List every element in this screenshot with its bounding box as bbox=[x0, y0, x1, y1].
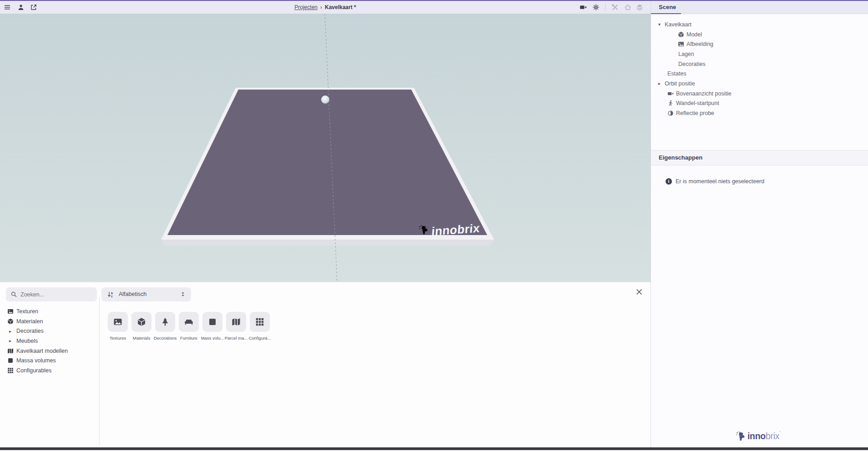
tree-item-label: Lagen bbox=[678, 51, 694, 57]
grid-icon bbox=[255, 317, 264, 326]
tile-label: Furniture bbox=[177, 336, 201, 341]
category-kavelkaart-modellen[interactable]: Kavelkaart modellen bbox=[0, 346, 96, 356]
viewport-canvas: innobrix bbox=[0, 14, 651, 282]
asset-categories-list: Texturen Materialen ▸ Decoraties ▸ Meube… bbox=[0, 306, 96, 376]
map-icon bbox=[7, 348, 14, 354]
category-materialen[interactable]: Materialen bbox=[0, 316, 96, 326]
tree-item-kavelkaart[interactable]: ▾ Kavelkaart bbox=[651, 20, 868, 30]
category-massa-volumes[interactable]: Massa volumes bbox=[0, 356, 96, 366]
sort-alphabetical-icon: a z bbox=[107, 291, 115, 298]
viewport-3d[interactable]: innobrix bbox=[0, 14, 651, 282]
close-icon[interactable] bbox=[635, 288, 643, 296]
brightness-settings-icon[interactable] bbox=[592, 4, 600, 11]
tile-furniture[interactable]: Furniture bbox=[177, 312, 201, 341]
tree-item-label: Afbeelding bbox=[686, 41, 713, 47]
parcel-plane-side bbox=[161, 240, 494, 246]
sort-dropdown[interactable]: a z Alfabetisch bbox=[101, 287, 191, 301]
image-icon bbox=[678, 41, 684, 47]
tree-item-label: Wandel-startpunt bbox=[676, 100, 719, 106]
breadcrumb: Projecten›Kavelkaart * bbox=[0, 1, 651, 14]
asset-tiles-grid: Textures Materials Decorations Furniture… bbox=[106, 312, 272, 341]
tree-item-lagen[interactable]: Lagen bbox=[651, 49, 868, 59]
category-meubels[interactable]: ▸ Meubels bbox=[0, 336, 96, 346]
top-accent-line bbox=[0, 0, 868, 1]
tree-item-label: Decoraties bbox=[678, 61, 706, 67]
caret-down-icon[interactable]: ▾ bbox=[658, 22, 665, 27]
bottom-status-bar bbox=[0, 447, 868, 450]
box-icon bbox=[137, 317, 146, 326]
tree-item-label: Model bbox=[686, 31, 702, 38]
reflection-probe-sphere[interactable] bbox=[321, 95, 329, 104]
empty-selection-message: i Er is momenteel niets geselecteerd bbox=[666, 178, 764, 185]
square-icon bbox=[7, 357, 14, 364]
tree-item-estates[interactable]: Estates bbox=[651, 69, 868, 79]
logo-text: innobrix' bbox=[747, 430, 780, 442]
tree-item-bovenaanzicht-positie[interactable]: Bovenaanzicht positie bbox=[651, 89, 868, 99]
toolbar-divider bbox=[605, 4, 606, 11]
scene-tab-active-indicator bbox=[651, 13, 681, 14]
category-label: Massa volumes bbox=[16, 357, 56, 364]
tree-item-model[interactable]: Model bbox=[651, 30, 868, 40]
category-label: Kavelkaart modellen bbox=[16, 348, 68, 354]
image-icon bbox=[113, 317, 122, 326]
category-label: Meubels bbox=[16, 338, 38, 344]
tile-textures[interactable]: Textures bbox=[106, 312, 130, 341]
box-icon bbox=[7, 318, 14, 325]
properties-header-label: Eigenschappen bbox=[651, 154, 702, 161]
category-decoraties[interactable]: ▸ Decoraties bbox=[0, 326, 96, 336]
tile-mass-volumes[interactable]: Mass volu... bbox=[201, 312, 224, 341]
innobrix-logo: innobrix' bbox=[736, 430, 780, 442]
tree-item-orbit-positie[interactable]: ▸ Orbit positie bbox=[651, 79, 868, 89]
tile-label: Mass volu... bbox=[201, 336, 224, 341]
tools-icon bbox=[611, 4, 619, 11]
category-texturen[interactable]: Texturen bbox=[0, 306, 96, 316]
video-camera-icon[interactable] bbox=[580, 4, 587, 11]
home-icon bbox=[624, 4, 631, 11]
tile-label: Parcel ma... bbox=[224, 336, 248, 341]
tree-item-label: Kavelkaart bbox=[665, 21, 691, 28]
search-input[interactable] bbox=[6, 287, 97, 301]
image-icon bbox=[7, 308, 14, 315]
caret-right-icon[interactable]: ▸ bbox=[9, 329, 14, 334]
tile-decorations[interactable]: Decorations bbox=[153, 312, 177, 341]
video-camera-icon bbox=[667, 90, 674, 97]
caret-right-icon[interactable]: ▸ bbox=[658, 81, 665, 86]
category-label: Configurables bbox=[16, 367, 51, 374]
scene-tree: ▾ Kavelkaart Model Afbeelding Lagen Deco… bbox=[651, 20, 868, 118]
tree-item-label: Bovenaanzicht positie bbox=[676, 90, 732, 97]
svg-text:a: a bbox=[111, 291, 113, 295]
tree-item-reflectie-probe[interactable]: Reflectie probe bbox=[651, 108, 868, 118]
tree-item-afbeelding[interactable]: Afbeelding bbox=[651, 39, 868, 49]
svg-text:z: z bbox=[111, 295, 113, 298]
info-icon: i bbox=[666, 178, 672, 185]
tile-materials[interactable]: Materials bbox=[130, 312, 153, 341]
square-icon bbox=[208, 317, 217, 326]
innobrix-mascot-icon bbox=[736, 431, 745, 442]
tree-item-label: Estates bbox=[667, 70, 686, 77]
half-circle-icon bbox=[667, 110, 674, 116]
tile-configurables[interactable]: Configura... bbox=[248, 312, 272, 341]
innobrix-editor: Projecten›Kavelkaart * bbox=[0, 0, 868, 451]
scene-panel: Scene ▾ Kavelkaart Model Afbeelding Lage… bbox=[651, 0, 868, 447]
tree-icon bbox=[161, 317, 170, 326]
breadcrumb-separator: › bbox=[320, 4, 322, 10]
breadcrumb-projects-link[interactable]: Projecten bbox=[294, 4, 318, 10]
category-label: Materialen bbox=[16, 318, 43, 325]
tree-item-wandel-startpunt[interactable]: Wandel-startpunt bbox=[651, 99, 868, 109]
grid-icon bbox=[7, 367, 14, 374]
tile-label: Materials bbox=[130, 336, 153, 341]
category-configurables[interactable]: Configurables bbox=[0, 366, 96, 376]
scene-panel-header: Scene bbox=[651, 1, 868, 14]
tile-label: Decorations bbox=[153, 336, 177, 341]
layers-icon bbox=[636, 4, 643, 11]
tile-label: Textures bbox=[106, 336, 130, 341]
caret-right-icon[interactable]: ▸ bbox=[9, 338, 14, 343]
tree-item-decoraties[interactable]: Decoraties bbox=[651, 59, 868, 69]
tree-item-label: Reflectie probe bbox=[676, 110, 714, 116]
select-updown-icon bbox=[180, 291, 186, 297]
category-label: Decoraties bbox=[16, 328, 44, 334]
empty-selection-text: Er is momenteel niets geselecteerd bbox=[676, 178, 764, 185]
tile-parcel-maps[interactable]: Parcel ma... bbox=[224, 312, 248, 341]
properties-header: Eigenschappen bbox=[651, 150, 868, 165]
assets-panel: a z Alfabetisch Texturen Materialen ▸ De… bbox=[0, 282, 651, 448]
